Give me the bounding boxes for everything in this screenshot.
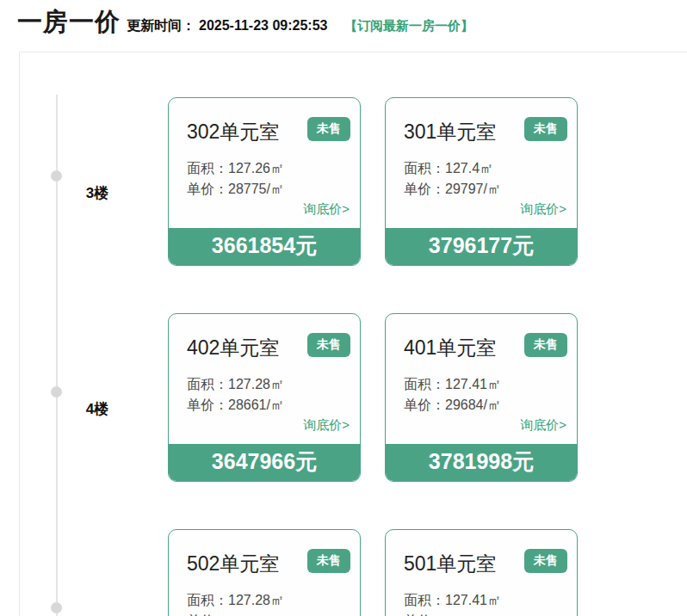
update-time-value: 2025-11-23 09:25:53 [199, 18, 327, 33]
unit-price-row: 单价：28661/㎡ [187, 395, 284, 416]
total-price-bar: 3796177元 [386, 228, 577, 265]
unit-price-row: 单价： [404, 611, 501, 616]
unit-info: 面积：127.4㎡ 单价：29797/㎡ [404, 158, 501, 200]
unit-card-302: 302单元室 未售 面积：127.26㎡ 单价：28775/㎡ 询底价> 366… [168, 97, 361, 266]
unit-price-row: 单价：28775/㎡ [187, 179, 284, 200]
area-row: 面积：127.41㎡ [404, 374, 501, 395]
floor-row-5: 5楼 502单元室 未售 面积：127.28㎡ 单价： 询底价> 501单元室 … [168, 529, 687, 616]
unit-info: 面积：127.41㎡ 单价：29684/㎡ [404, 374, 501, 416]
content-panel: 3楼 302单元室 未售 面积：127.26㎡ 单价：28775/㎡ 询底价> … [19, 52, 687, 616]
area-row: 面积：127.28㎡ [187, 374, 284, 395]
timeline-dot [51, 386, 62, 397]
area-row: 面积：127.41㎡ [404, 590, 501, 611]
unit-name: 501单元室 [404, 551, 496, 577]
unit-card-301: 301单元室 未售 面积：127.4㎡ 单价：29797/㎡ 询底价> 3796… [385, 97, 578, 266]
status-badge: 未售 [524, 117, 567, 141]
unit-name: 302单元室 [187, 119, 279, 145]
floor-row-4: 4楼 402单元室 未售 面积：127.28㎡ 单价：28661/㎡ 询底价> … [168, 313, 687, 482]
unit-info: 面积：127.28㎡ 单价： [187, 590, 284, 616]
unit-name: 502单元室 [187, 551, 279, 577]
ask-price-link[interactable]: 询底价> [303, 201, 350, 218]
unit-price-row: 单价：29684/㎡ [404, 395, 501, 416]
status-badge: 未售 [307, 549, 350, 573]
page-title: 一房一价 [17, 5, 121, 40]
update-time: 更新时间：2025-11-23 09:25:53 [127, 17, 331, 35]
timeline-dot [51, 170, 62, 182]
total-price-bar: 3647966元 [169, 444, 360, 481]
unit-card-501: 501单元室 未售 面积：127.41㎡ 单价： 询底价> [385, 529, 578, 616]
area-row: 面积：127.4㎡ [404, 158, 501, 179]
page-header: 一房一价 更新时间：2025-11-23 09:25:53 【订阅最新一房一价】 [0, 0, 687, 52]
ask-price-link[interactable]: 询底价> [520, 417, 566, 434]
status-badge: 未售 [307, 117, 350, 141]
unit-info: 面积：127.28㎡ 单价：28661/㎡ [187, 374, 284, 416]
update-time-label: 更新时间： [127, 18, 195, 33]
unit-card-402: 402单元室 未售 面积：127.28㎡ 单价：28661/㎡ 询底价> 364… [168, 313, 361, 482]
floor-row-3: 3楼 302单元室 未售 面积：127.26㎡ 单价：28775/㎡ 询底价> … [168, 97, 687, 266]
area-row: 面积：127.28㎡ [187, 590, 284, 611]
unit-price-row: 单价： [187, 611, 284, 616]
unit-name: 301单元室 [404, 119, 496, 145]
unit-card-401: 401单元室 未售 面积：127.41㎡ 单价：29684/㎡ 询底价> 378… [385, 313, 578, 482]
status-badge: 未售 [524, 333, 567, 357]
ask-price-link[interactable]: 询底价> [303, 417, 350, 434]
status-badge: 未售 [307, 333, 350, 357]
floor-label: 4楼 [46, 399, 149, 419]
floor-label: 3楼 [46, 183, 149, 203]
unit-name: 402单元室 [187, 335, 279, 361]
timeline-dot [51, 602, 62, 613]
total-price-bar: 3781998元 [386, 444, 577, 481]
area-row: 面积：127.26㎡ [187, 158, 284, 179]
status-badge: 未售 [524, 549, 567, 573]
unit-info: 面积：127.26㎡ 单价：28775/㎡ [187, 158, 284, 200]
unit-card-502: 502单元室 未售 面积：127.28㎡ 单价： 询底价> [168, 529, 361, 616]
ask-price-link[interactable]: 询底价> [520, 201, 566, 218]
unit-name: 401单元室 [404, 335, 496, 361]
unit-info: 面积：127.41㎡ 单价： [404, 590, 501, 616]
unit-price-row: 单价：29797/㎡ [404, 179, 501, 200]
subscribe-link[interactable]: 【订阅最新一房一价】 [344, 18, 473, 34]
total-price-bar: 3661854元 [169, 228, 360, 265]
